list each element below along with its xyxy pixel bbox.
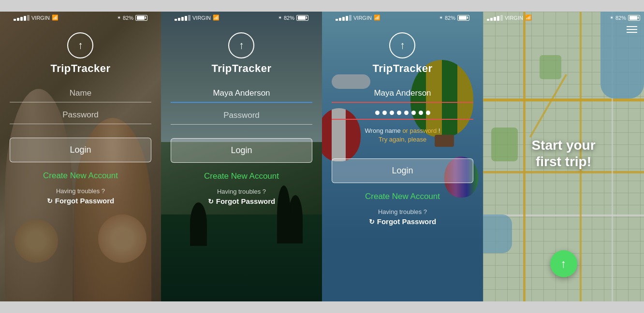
battery-pct-3: 82% [445, 15, 455, 21]
forgot-password-2[interactable]: ↻ Forgot Password [208, 197, 276, 205]
forgot-password-label-2: Forgot Password [216, 197, 276, 205]
password-dots-3 [332, 107, 473, 120]
fab-arrow-icon: ↑ [561, 257, 567, 270]
logo-circle-2: ↑ [228, 32, 254, 58]
app-name-3: TripTracker [372, 62, 432, 75]
login-button-2[interactable]: Login [171, 138, 312, 163]
troubles-text-3: Having troubles ? [378, 208, 427, 215]
bluetooth-icon-3: ✶ [439, 15, 443, 20]
hamburger-line-2 [627, 29, 637, 30]
pwd-dot-4 [397, 111, 401, 115]
phone-1: VIRGIN 📶 ✶ 82% ↑ TripTracker [0, 12, 161, 301]
hamburger-menu[interactable] [627, 26, 637, 33]
wifi-icon-2: 📶 [213, 14, 220, 21]
name-input-1[interactable] [10, 85, 151, 102]
start-trip-label: Start yourfirst trip! [531, 138, 595, 169]
form-3: Wrong name or password ! Try again, plea… [332, 85, 473, 226]
status-bar-1: VIRGIN 📶 ✶ 82% [10, 12, 151, 23]
error-message-3: Wrong name or password ! Try again, plea… [365, 127, 440, 144]
logo-arrow-2: ↑ [239, 40, 244, 51]
form-2: Login Create New Account Having troubles… [171, 85, 312, 205]
logo-circle-3: ↑ [389, 32, 415, 58]
logo-circle-1: ↑ [67, 32, 93, 58]
refresh-icon-2: ↻ [208, 198, 214, 205]
name-input-3[interactable] [332, 85, 473, 103]
hamburger-line-3 [627, 32, 637, 33]
battery-pct-2: 82% [284, 15, 294, 21]
hamburger-line-1 [627, 26, 637, 27]
phone-2: VIRGIN 📶 ✶ 82% ↑ TripTracker [161, 12, 322, 301]
name-field-container-3 [332, 85, 473, 103]
logo-area-1: ↑ TripTracker [50, 32, 110, 75]
password-field-container-2 [171, 107, 312, 125]
wifi-icon-1: 📶 [52, 14, 59, 21]
app-name-2: TripTracker [211, 62, 271, 75]
wifi-icon-4: 📶 [525, 14, 532, 21]
pwd-dot-7 [419, 111, 423, 115]
app-name-1: TripTracker [50, 62, 110, 75]
error-highlight: or password [402, 127, 437, 134]
password-input-1[interactable] [10, 106, 151, 124]
bluetooth-icon-2: ✶ [278, 15, 282, 20]
troubles-text-1: Having troubles ? [56, 187, 105, 195]
refresh-icon-3: ↻ [369, 218, 375, 226]
status-bar-4: VIRGIN 📶 ✶ 82% [483, 12, 644, 23]
carrier-1: VIRGIN [31, 15, 50, 21]
status-bar-3: VIRGIN 📶 ✶ 82% [332, 12, 473, 23]
logo-area-3: ↑ TripTracker [372, 32, 432, 75]
phone-4: VIRGIN 📶 ✶ 82% Start yourfirst trip! [483, 12, 644, 301]
error-line-2: Try again, please [379, 136, 426, 143]
pwd-dot-1 [375, 111, 380, 115]
status-bar-2: VIRGIN 📶 ✶ 82% [171, 12, 312, 23]
create-account-link-1[interactable]: Create New Account [43, 171, 118, 181]
bluetooth-icon-1: ✶ [117, 15, 121, 20]
wifi-icon-3: 📶 [374, 14, 381, 21]
carrier-3: VIRGIN [353, 15, 372, 21]
pwd-dot-8 [426, 111, 430, 115]
battery-pct-1: 82% [123, 15, 133, 21]
pwd-dot-6 [411, 111, 416, 115]
password-field-container-1 [10, 106, 151, 124]
bluetooth-icon-4: ✶ [610, 15, 614, 20]
login-button-1[interactable]: Login [10, 138, 151, 162]
logo-area-2: ↑ TripTracker [211, 32, 271, 75]
start-trip-text: Start yourfirst trip! [531, 137, 595, 170]
phone-3: VIRGIN 📶 ✶ 82% ↑ TripTracker [322, 12, 483, 301]
fab-button[interactable]: ↑ [550, 250, 577, 277]
battery-pct-4: 82% [615, 15, 626, 21]
forgot-password-label-1: Forgot Password [55, 197, 115, 205]
carrier-2: VIRGIN [192, 15, 211, 21]
forgot-password-3[interactable]: ↻ Forgot Password [369, 217, 437, 226]
name-field-container-2 [171, 85, 312, 103]
logo-arrow-1: ↑ [78, 40, 83, 51]
name-input-2[interactable] [171, 85, 312, 103]
logo-arrow-3: ↑ [400, 40, 405, 51]
troubles-text-2: Having troubles ? [217, 188, 266, 195]
refresh-icon-1: ↻ [47, 197, 53, 205]
create-account-link-2[interactable]: Create New Account [204, 171, 279, 181]
form-1: Login Create New Account Having troubles… [10, 85, 151, 205]
password-input-2[interactable] [171, 107, 312, 125]
name-field-container-1 [10, 85, 151, 102]
pwd-dot-3 [390, 111, 394, 115]
forgot-password-label-3: Forgot Password [377, 217, 437, 226]
pwd-dot-2 [382, 111, 387, 115]
phones-container: VIRGIN 📶 ✶ 82% ↑ TripTracker [0, 0, 644, 313]
login-button-3[interactable]: Login [332, 158, 473, 183]
forgot-password-1[interactable]: ↻ Forgot Password [47, 197, 115, 205]
pwd-dot-5 [404, 111, 409, 115]
create-account-link-3[interactable]: Create New Account [365, 192, 440, 201]
carrier-4: VIRGIN [505, 15, 523, 21]
